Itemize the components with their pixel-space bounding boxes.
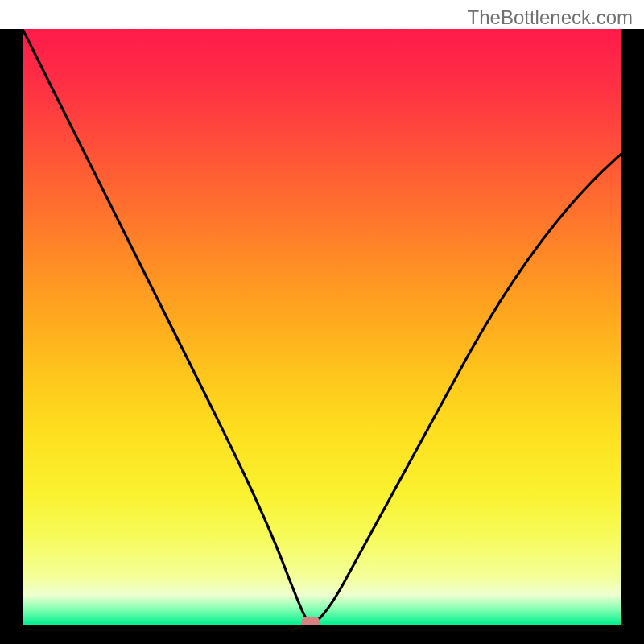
minimum-marker — [301, 617, 320, 625]
chart-container: TheBottleneck.com — [0, 0, 644, 644]
v-curve — [23, 29, 621, 624]
curve-layer — [23, 29, 621, 625]
plot-area — [23, 29, 621, 625]
watermark-text: TheBottleneck.com — [468, 6, 633, 29]
